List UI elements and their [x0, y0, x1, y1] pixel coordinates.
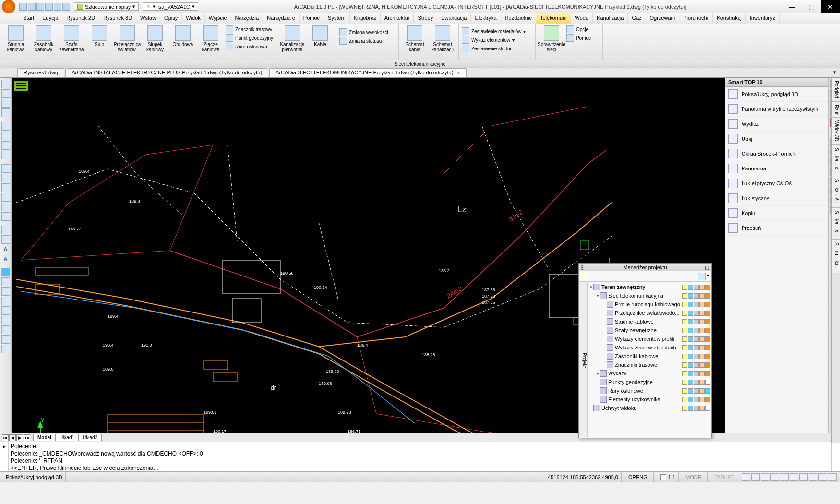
- tool-zoom-all-icon[interactable]: [1, 335, 10, 344]
- cmd-current[interactable]: >>ENTER, Prawe kliknięcie lub Esc w celu…: [11, 465, 829, 472]
- ribbon-slupek-kablowy[interactable]: Słupek kablowy: [142, 25, 168, 52]
- status-model[interactable]: MODEL: [683, 472, 708, 482]
- pm-tree-row[interactable]: Elementy użytkownika: [588, 395, 710, 404]
- smart-item-3d[interactable]: Pokaż/Ukryj podgląd 3D: [725, 87, 828, 102]
- tool-curve-icon[interactable]: [1, 151, 10, 159]
- status-cycle-icon[interactable]: [818, 473, 827, 481]
- pm-tree-row[interactable]: Wykazy elementów profili: [588, 335, 710, 343]
- status-polar-icon[interactable]: [770, 473, 779, 481]
- file-tab-1[interactable]: Rysunek1.dwg: [17, 68, 64, 77]
- ribbon-zmiana-wysokosci[interactable]: Zmiana wysokości: [339, 28, 396, 36]
- ribbon-schemat-kabla[interactable]: Schemat kabla: [402, 25, 428, 52]
- ribbon-znacznik-trasowy[interactable]: Znacznik trasowy: [226, 25, 273, 33]
- tool-block-icon[interactable]: [1, 212, 10, 221]
- cmd-scrollbar[interactable]: [831, 442, 840, 471]
- qat-redo-icon[interactable]: [62, 3, 70, 11]
- pm-tree-row[interactable]: ▸Wykazy: [588, 369, 710, 378]
- tool-arc-icon[interactable]: [1, 99, 10, 108]
- command-line[interactable]: ▸ Polecenie: Polecenie: _CMDECHOWprowadź…: [0, 442, 840, 471]
- tool-polygon-icon[interactable]: [1, 174, 10, 182]
- menu-krajobraz[interactable]: Krajobraz: [350, 13, 381, 24]
- maximize-button[interactable]: ▢: [802, 0, 821, 13]
- qat-save-icon[interactable]: [36, 3, 44, 11]
- layout-last-icon[interactable]: ⏭: [24, 434, 30, 441]
- menu-stropy[interactable]: Stropy: [414, 13, 437, 24]
- file-tab-dropdown[interactable]: ▾: [829, 68, 840, 77]
- qat-style-combo[interactable]: ☀▾ isa_VA52A1C ▾: [143, 2, 198, 11]
- tool-circle-icon[interactable]: [1, 122, 10, 131]
- menu-edycja[interactable]: Edycja: [38, 13, 62, 24]
- status-opengl[interactable]: OPENGL: [625, 472, 654, 482]
- close-tab-icon[interactable]: ×: [457, 70, 460, 75]
- pm-tree-row[interactable]: Przełącznice światłowodo...: [588, 309, 710, 317]
- close-button[interactable]: ✕: [821, 0, 840, 13]
- tool-pan-icon[interactable]: [1, 277, 10, 286]
- tool-attr-icon[interactable]: A: [1, 254, 10, 263]
- project-manager-panel[interactable]: ⎘ Menadżer projektu ▢ ▾ Projekt ▾Teren z…: [578, 263, 712, 438]
- pm-tree-row[interactable]: Punkty geodezyjne: [588, 378, 710, 386]
- ribbon-wykaz-elementow[interactable]: Wykaz elementów ▾: [462, 36, 532, 44]
- tool-mtext-icon[interactable]: A: [1, 245, 10, 253]
- status-scale[interactable]: 1:1: [658, 472, 679, 482]
- menu-kanalizacja[interactable]: Kanalizacja: [593, 13, 628, 24]
- tool-spline-icon[interactable]: [1, 108, 10, 117]
- tool-line-icon[interactable]: [1, 80, 10, 88]
- layout-first-icon[interactable]: ⏮: [2, 434, 9, 441]
- menu-architektura[interactable]: Architektur: [381, 13, 414, 24]
- pm-filter-icon[interactable]: [698, 273, 706, 280]
- ribbon-punkt-geodezyjny[interactable]: Punkt geodezyjny: [226, 34, 273, 42]
- tool-text-icon[interactable]: [1, 235, 10, 244]
- tool-refresh-icon[interactable]: [1, 268, 10, 276]
- status-osnap-icon[interactable]: [780, 473, 789, 481]
- menu-narzedzia-e[interactable]: Narzędzia e: [263, 13, 300, 24]
- layout-tab-model[interactable]: Model: [33, 434, 56, 441]
- ribbon-slup[interactable]: Słup: [86, 25, 112, 47]
- menu-widok[interactable]: Widok: [182, 13, 205, 24]
- menu-system[interactable]: System: [324, 13, 350, 24]
- ribbon-zestawienie-materialow[interactable]: Zestawienie materiałów ▾: [462, 27, 532, 35]
- menu-konstrukcje[interactable]: Konstrukcj: [713, 13, 745, 24]
- pm-tree-row[interactable]: ▾Teren zewnętrzny: [588, 283, 710, 291]
- file-tab-2[interactable]: ArCADia-INSTALACJE ELEKTRYCZNE PLUS Przy…: [65, 68, 268, 77]
- menu-wyjscie[interactable]: Wyjście: [205, 13, 231, 24]
- layout-next-icon[interactable]: ▶: [16, 434, 23, 441]
- smart-item-move[interactable]: Przesuń: [725, 221, 828, 236]
- tool-zoom-realtime-icon[interactable]: [1, 345, 10, 353]
- menu-elektryka[interactable]: Elektryka: [471, 13, 501, 24]
- vtab-s-ka-b[interactable]: S... ka... ś...: [832, 176, 840, 208]
- qat-undo-icon[interactable]: [54, 3, 61, 11]
- project-manager-sidetab[interactable]: Projekt: [579, 282, 588, 437]
- ribbon-zasobnik-kablowy[interactable]: Zasobnik kablowy: [31, 25, 57, 52]
- tool-zoom-extents-icon[interactable]: [1, 316, 10, 324]
- status-grid-icon[interactable]: [751, 473, 760, 481]
- tool-ellipse-icon[interactable]: [1, 132, 10, 140]
- tool-region-icon[interactable]: [1, 193, 10, 202]
- layout-prev-icon[interactable]: ◀: [9, 434, 16, 441]
- ribbon-zmiana-statusu[interactable]: Zmiana statusu: [339, 37, 396, 45]
- app-logo[interactable]: [2, 0, 15, 13]
- minimize-button[interactable]: —: [782, 0, 802, 13]
- menu-inwentaryzacja[interactable]: Inwentaryz: [746, 13, 780, 24]
- panel-close-icon[interactable]: ▢: [705, 264, 709, 271]
- status-otrack-icon[interactable]: [790, 473, 798, 481]
- vtab-s-ka-c[interactable]: S... ka... ś...: [832, 208, 840, 240]
- ribbon-kable[interactable]: Kable: [307, 25, 333, 47]
- tool-polyline-icon[interactable]: [1, 89, 10, 98]
- qat-layer-combo[interactable]: Szkicowanie i opisy ▾: [74, 2, 139, 11]
- menu-telekomunikacja[interactable]: Telekomuni: [536, 13, 571, 24]
- ribbon-studnia-kablowa[interactable]: Studnia kablowa: [3, 25, 29, 52]
- smart-item-arc-ellipse[interactable]: Łuk eliptyczny Oś-Oś: [725, 176, 828, 191]
- menu-rozdzielnice[interactable]: Rozdzielnic: [501, 13, 536, 24]
- ribbon-pomoc[interactable]: Pomoc: [566, 34, 591, 42]
- layout-tab-uklad2[interactable]: Układ2: [78, 434, 102, 441]
- pm-tree-row[interactable]: Profile rurociągu kablowego: [588, 300, 710, 309]
- ribbon-przelacznica[interactable]: Przełącznica światłow.: [114, 25, 140, 52]
- project-manager-title[interactable]: ⎘ Menadżer projektu ▢: [579, 264, 711, 271]
- status-extra-icon[interactable]: [828, 473, 837, 481]
- vtab-rzut[interactable]: Rzut: [832, 102, 840, 118]
- menu-start[interactable]: Start: [19, 13, 38, 24]
- status-snap-icon[interactable]: [742, 473, 750, 481]
- tool-dim-icon[interactable]: [1, 226, 10, 234]
- ribbon-kanalizacja-pierwotna[interactable]: Kanalizacja pierwotna: [279, 25, 305, 52]
- ribbon-schemat-kanalizacji[interactable]: Schemat kanalizacji: [430, 25, 456, 52]
